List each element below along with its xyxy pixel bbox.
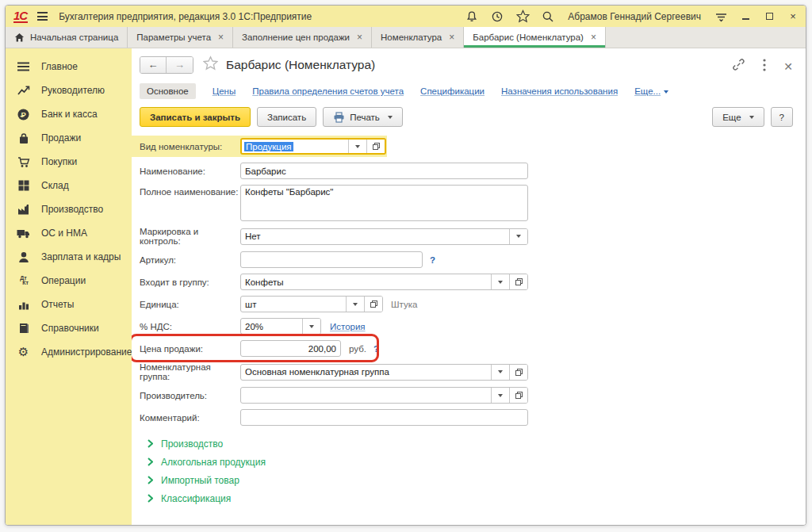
service-menu-icon[interactable] bbox=[714, 10, 728, 24]
dropdown-arrow-icon[interactable] bbox=[509, 229, 527, 244]
nav-naznacheniya[interactable]: Назначения использования bbox=[501, 86, 618, 96]
vat-input[interactable] bbox=[241, 319, 302, 334]
get-link-icon[interactable] bbox=[732, 58, 745, 75]
section-importnyj-tovar[interactable]: Импортный товар bbox=[147, 475, 798, 485]
close-window-button[interactable]: × bbox=[787, 10, 799, 23]
comment-input[interactable] bbox=[240, 409, 528, 426]
section-alkogolnaya-produkciya[interactable]: Алкогольная продукция bbox=[147, 457, 798, 467]
sidebar-item-prodazhi[interactable]: Продажи bbox=[6, 126, 132, 150]
save-and-close-button[interactable]: Записать и закрыть bbox=[140, 107, 251, 127]
vat-combo[interactable] bbox=[240, 318, 321, 335]
sidebar-item-pokupki[interactable]: Покупки bbox=[6, 150, 132, 174]
more-button[interactable]: Еще bbox=[712, 107, 764, 127]
open-icon[interactable] bbox=[509, 365, 527, 380]
sidebar-item-label: Производство bbox=[41, 204, 103, 215]
close-tab-icon[interactable]: × bbox=[591, 32, 596, 43]
tab-zapolnenie-cen[interactable]: Заполнение цен продажи × bbox=[233, 27, 372, 48]
nav-pravila-schetov[interactable]: Правила определения счетов учета bbox=[252, 86, 404, 96]
marking-combo[interactable] bbox=[240, 228, 528, 245]
dropdown-arrow-icon[interactable] bbox=[491, 365, 509, 380]
tab-nomenklatura[interactable]: Номенклатура × bbox=[372, 27, 464, 48]
section-klassifikaciya[interactable]: Классификация bbox=[147, 493, 798, 503]
sidebar: Главное Руководителю Р Банк и касса Прод… bbox=[6, 48, 132, 525]
field-label: Цена продажи: bbox=[140, 344, 240, 354]
producer-combo[interactable] bbox=[240, 387, 528, 404]
tab-barbaris-active[interactable]: Барбарис (Номенклатура) × bbox=[464, 27, 606, 48]
field-label: Номенклатурная группа: bbox=[140, 362, 240, 381]
producer-input[interactable] bbox=[241, 388, 491, 403]
sidebar-item-otchety[interactable]: Отчеты bbox=[6, 293, 132, 316]
sidebar-item-operacii[interactable]: ДтКт Операции bbox=[6, 269, 132, 293]
gear-icon: ⚙ bbox=[17, 346, 30, 358]
dropdown-arrow-icon[interactable] bbox=[491, 388, 509, 403]
help-icon[interactable]: ? bbox=[430, 255, 435, 265]
tab-label: Номенклатура bbox=[381, 33, 442, 42]
main-menu-icon[interactable] bbox=[37, 12, 48, 21]
sidebar-item-rukovoditelyu[interactable]: Руководителю bbox=[6, 78, 132, 102]
close-tab-icon[interactable]: × bbox=[449, 32, 454, 43]
person-icon bbox=[17, 251, 30, 263]
sidebar-item-zarplata-i-kadry[interactable]: Зарплата и кадры bbox=[6, 245, 132, 269]
maximize-button[interactable] bbox=[763, 10, 776, 23]
sidebar-item-administrirovanie[interactable]: ⚙ Администрирование bbox=[6, 340, 132, 364]
currency-label: руб. bbox=[349, 344, 366, 354]
print-button[interactable]: Печать bbox=[323, 107, 403, 127]
dropdown-arrow-icon[interactable] bbox=[302, 319, 320, 334]
help-icon[interactable]: ? bbox=[373, 344, 379, 354]
home-icon bbox=[14, 33, 25, 43]
open-icon[interactable] bbox=[509, 274, 527, 289]
help-button[interactable]: ? bbox=[771, 107, 793, 127]
unit-combo[interactable] bbox=[240, 296, 383, 312]
dropdown-arrow-icon[interactable] bbox=[491, 274, 509, 289]
truck-icon bbox=[17, 227, 30, 239]
tab-parametry-ucheta[interactable]: Параметры учета × bbox=[128, 27, 233, 48]
book-icon bbox=[17, 322, 30, 335]
marking-input[interactable] bbox=[241, 229, 509, 244]
kind-combo[interactable]: Продукция bbox=[240, 138, 386, 155]
nav-specifikacii[interactable]: Спецификации bbox=[420, 86, 485, 96]
sidebar-item-proizvodstvo[interactable]: Производство bbox=[6, 197, 132, 221]
search-icon[interactable] bbox=[541, 10, 555, 24]
close-form-icon[interactable]: ✕ bbox=[783, 60, 793, 73]
favorites-star-icon[interactable] bbox=[515, 10, 530, 24]
open-icon[interactable] bbox=[364, 297, 382, 312]
more-actions-kebab-icon[interactable] bbox=[763, 59, 766, 75]
open-icon[interactable] bbox=[366, 140, 385, 153]
unit-input[interactable] bbox=[241, 297, 346, 312]
nav-osnovnoe[interactable]: Основное bbox=[140, 83, 196, 99]
forward-button[interactable]: → bbox=[167, 57, 193, 73]
favorite-star-icon[interactable] bbox=[203, 55, 218, 74]
parent-group-input[interactable] bbox=[241, 274, 491, 289]
dropdown-arrow-icon[interactable] bbox=[348, 140, 366, 153]
user-name[interactable]: Абрамов Геннадий Сергеевич bbox=[568, 11, 701, 22]
close-tab-icon[interactable]: × bbox=[357, 32, 362, 43]
notifications-bell-icon[interactable] bbox=[465, 10, 479, 24]
back-button[interactable]: ← bbox=[140, 57, 167, 73]
full-name-textarea[interactable]: Конфеты "Барбарис" bbox=[240, 185, 528, 221]
vat-history-link[interactable]: История bbox=[330, 322, 366, 331]
minimize-button[interactable] bbox=[739, 10, 752, 23]
sidebar-item-spravochniki[interactable]: Справочники bbox=[6, 316, 132, 340]
section-proizvodstvo[interactable]: Производство bbox=[147, 438, 798, 449]
ruble-icon: Р bbox=[17, 108, 30, 121]
sidebar-item-glavnoe[interactable]: Главное bbox=[6, 55, 132, 78]
parent-group-combo[interactable] bbox=[240, 274, 528, 290]
svg-text:Р: Р bbox=[21, 110, 27, 119]
sidebar-item-bank-i-kassa[interactable]: Р Банк и касса bbox=[6, 102, 132, 126]
close-tab-icon[interactable]: × bbox=[218, 32, 224, 43]
name-input[interactable] bbox=[240, 163, 528, 179]
sidebar-item-os-i-nma[interactable]: ОС и НМА bbox=[6, 221, 132, 245]
sale-price-input[interactable] bbox=[240, 340, 341, 357]
dropdown-arrow-icon[interactable] bbox=[346, 297, 364, 312]
sidebar-item-sklad[interactable]: Склад bbox=[6, 174, 132, 197]
nomenclature-group-input[interactable] bbox=[241, 365, 491, 380]
article-input[interactable] bbox=[240, 251, 423, 268]
history-icon[interactable] bbox=[490, 10, 504, 24]
open-icon[interactable] bbox=[509, 388, 527, 403]
save-button[interactable]: Записать bbox=[257, 107, 316, 127]
tab-home[interactable]: Начальная страница bbox=[6, 27, 128, 48]
nav-ceny[interactable]: Цены bbox=[213, 86, 236, 96]
nomenclature-group-combo[interactable] bbox=[240, 364, 528, 381]
field-label: Вид номенклатуры: bbox=[140, 142, 240, 151]
nav-more[interactable]: Еще... bbox=[634, 86, 668, 96]
